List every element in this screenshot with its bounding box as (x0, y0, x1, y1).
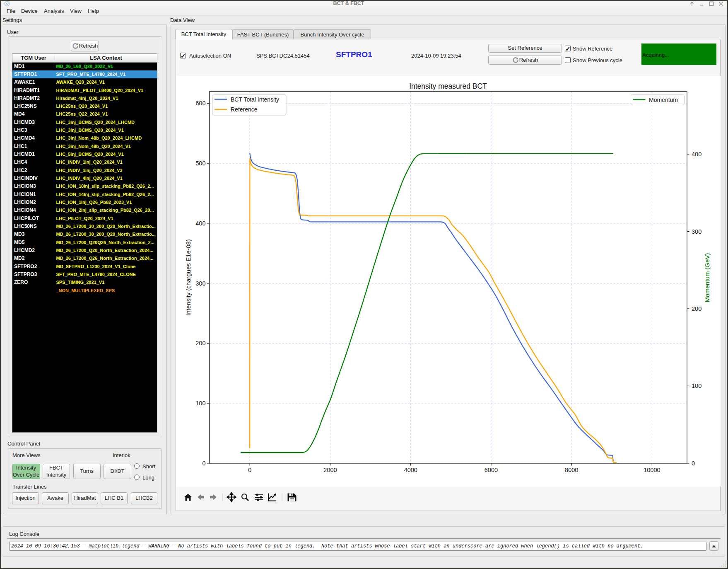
svg-text:10000: 10000 (644, 467, 660, 473)
svg-text:300: 300 (692, 228, 701, 235)
svg-text:100: 100 (195, 400, 205, 407)
svg-text:2000: 2000 (323, 467, 337, 473)
svg-text:Momentum (GeV): Momentum (GeV) (704, 253, 711, 302)
svg-text:200: 200 (692, 305, 701, 312)
svg-text:0: 0 (248, 467, 251, 473)
svg-text:BCT Total Intensity: BCT Total Intensity (231, 96, 279, 103)
svg-text:8000: 8000 (565, 467, 578, 473)
svg-text:600: 600 (195, 100, 205, 107)
svg-text:400: 400 (195, 220, 205, 227)
svg-text:6000: 6000 (485, 467, 498, 473)
svg-text:500: 500 (195, 160, 205, 167)
svg-text:100: 100 (692, 383, 701, 389)
svg-text:Intensity measured BCT: Intensity measured BCT (409, 82, 487, 90)
svg-text:Momentum: Momentum (649, 97, 678, 103)
svg-text:Intensity (chargues E1e-08): Intensity (chargues E1e-08) (185, 239, 192, 315)
svg-text:0: 0 (202, 460, 205, 467)
svg-text:300: 300 (195, 280, 205, 287)
svg-text:Reference: Reference (231, 106, 258, 113)
svg-text:400: 400 (692, 151, 701, 157)
svg-text:4000: 4000 (404, 467, 417, 473)
svg-text:200: 200 (195, 340, 205, 346)
svg-text:0: 0 (692, 460, 695, 467)
